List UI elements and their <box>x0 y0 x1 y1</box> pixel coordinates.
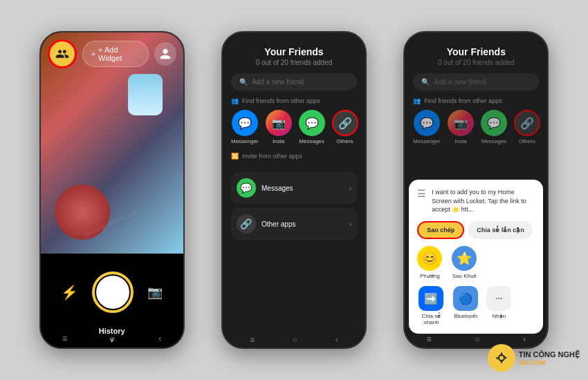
invite-messages-left: 💬 Messages <box>237 178 293 198</box>
phone-3: Your Friends 0 out of 20 friends added 🔍… <box>403 31 549 349</box>
phone2-content: Your Friends 0 out of 20 friends added 🔍… <box>223 32 365 348</box>
phone1-nav: ≡ ○ ‹ <box>41 331 183 346</box>
nav-back: ‹ <box>158 334 161 343</box>
app-others[interactable]: 🔗 Others <box>332 110 358 144</box>
share-app-zalo[interactable]: ➡️ Chia sẻ nhanh <box>417 286 445 325</box>
gallery-button[interactable]: 📷 <box>147 285 163 300</box>
messenger-label: Messenger <box>231 138 259 144</box>
bluetooth-label: Bluetooth <box>454 313 477 319</box>
share-buttons: Sao chép Chia sẻ lần cận <box>417 221 535 239</box>
p2-nav-back: ‹ <box>336 335 338 345</box>
friends-icon-p3: 👥 <box>413 97 421 104</box>
watermark-1: tincongnghe247.com <box>41 219 183 226</box>
find-friends-p3: 👥 Find friends from other apps <box>413 97 539 104</box>
app-messages[interactable]: 💬 Messages <box>299 110 325 144</box>
others-label: Others <box>337 138 353 144</box>
friends-button[interactable] <box>48 39 77 68</box>
p3-nav-menu: ≡ <box>427 334 432 344</box>
phuong-name: Phương <box>420 273 440 279</box>
sao-khue-avatar: ⭐ <box>452 246 477 271</box>
app-others-p3[interactable]: 🔗 Others <box>514 110 540 144</box>
gear-icon <box>493 350 510 366</box>
invite-header: 🔀 Invite from other apps <box>231 153 357 160</box>
share-apps-row: ➡️ Chia sẻ nhanh 🔵 Bluetooth ··· Nhận <box>417 286 535 325</box>
zalo-icon: ➡️ <box>419 286 443 311</box>
search-icon-p2: 🔍 <box>239 78 248 86</box>
contact-phuong[interactable]: 😊 Phương <box>417 246 442 279</box>
p3-nav-home: ○ <box>475 334 479 344</box>
add-widget-label: + Add Widget <box>98 46 140 62</box>
p2-nav-menu: ≡ <box>250 335 255 345</box>
phone3-content: Your Friends 0 out of 20 friends added 🔍… <box>405 32 547 348</box>
others-label-p3: Others <box>519 138 535 144</box>
share-app-bluetooth[interactable]: 🔵 Bluetooth <box>453 286 478 319</box>
capture-inner <box>96 276 129 309</box>
app-messages-p3[interactable]: 💬 Messages <box>481 110 507 144</box>
phone-2: Your Friends 0 out of 20 friends added 🔍… <box>221 31 367 349</box>
phone3-top: Your Friends 0 out of 20 friends added 🔍… <box>405 32 547 144</box>
share-sheet: ☰ I want to add you to my Home Screen wi… <box>409 180 543 334</box>
svg-point-1 <box>499 356 504 360</box>
nav-menu: ≡ <box>62 334 67 343</box>
profile-button[interactable] <box>154 42 176 66</box>
p3-nav-back: ‹ <box>523 334 526 344</box>
p2-nav-home: ○ <box>293 335 297 345</box>
nav-home: ○ <box>111 334 116 343</box>
contacts-row: 😊 Phương ⭐ Sao Khuê <box>417 246 535 279</box>
invite-other-left: 🔗 Other apps <box>237 214 295 234</box>
sao-khue-name: Sao Khuê <box>452 273 477 279</box>
capture-button[interactable] <box>92 272 134 313</box>
friends-title-p3: Your Friends <box>413 46 539 57</box>
app-messenger-p3[interactable]: 💬 Messenger <box>413 110 441 144</box>
others-icon: 🔗 <box>332 110 358 136</box>
add-widget-button[interactable]: + + Add Widget <box>82 41 149 67</box>
search-bar-p2[interactable]: 🔍 Add a new friend <box>231 73 357 91</box>
share-icon: 🔀 <box>231 153 239 160</box>
friends-subtitle-p2: 0 out of 20 friends added <box>231 59 357 66</box>
friends-subtitle-p3: 0 out of 20 friends added <box>413 59 539 66</box>
contact-sao-khue[interactable]: ⭐ Sao Khuê <box>452 246 477 279</box>
chevron-other: › <box>349 220 351 228</box>
apps-row-p3: 💬 Messenger 📷 Insta 💬 Messages 🔗 Others <box>413 110 539 144</box>
messages-icon: 💬 <box>299 110 325 136</box>
phone-1: tincongnghe247.com + + Add Widget ⚡ <box>39 31 185 349</box>
invite-messages[interactable]: 💬 Messages › <box>231 172 357 204</box>
invite-other-apps[interactable]: 🔗 Other apps › <box>231 208 357 240</box>
invite-messages-icon: 💬 <box>237 178 256 198</box>
share-lam-cam-button[interactable]: Chia sẻ lần cận <box>468 221 533 239</box>
plus-icon: + <box>91 50 95 58</box>
share-sheet-header: ☰ I want to add you to my Home Screen wi… <box>417 188 535 214</box>
camera-controls: ⚡ 📷 <box>41 272 183 313</box>
app-instagram[interactable]: 📷 Insta <box>266 110 292 144</box>
search-bar-p3[interactable]: 🔍 Add a new friend <box>413 73 539 91</box>
share-message: I want to add you to my Home Screen with… <box>432 188 535 214</box>
find-friends-header: 👥 Find friends from other apps <box>231 97 357 104</box>
more-label: Nhận <box>492 313 506 319</box>
friends-title-p2: Your Friends <box>231 46 357 57</box>
app-messenger[interactable]: 💬 Messenger <box>231 110 259 144</box>
menu-icon: ☰ <box>417 188 426 199</box>
messenger-label-p3: Messenger <box>413 138 441 144</box>
bluetooth-icon: 🔵 <box>453 286 478 311</box>
app-instagram-p3[interactable]: 📷 Insta <box>448 110 474 144</box>
phone2-nav: ≡ ○ ‹ <box>231 331 357 348</box>
search-placeholder-p3: Add a new friend <box>434 78 486 86</box>
copy-button[interactable]: Sao chép <box>417 221 464 239</box>
instagram-label: Insta <box>273 138 284 144</box>
zalo-label: Chia sẻ nhanh <box>417 313 445 325</box>
flash-button[interactable]: ⚡ <box>61 284 78 301</box>
top-bar-phone1: + + Add Widget <box>48 39 176 68</box>
invite-section: 💬 Messages › 🔗 Other apps › <box>231 168 357 240</box>
invite-other-label: Other apps <box>261 220 295 228</box>
brand-domain: 247.COM <box>519 359 580 366</box>
apps-row-p2: 💬 Messenger 📷 Insta 💬 Messages 🔗 Others <box>231 110 357 144</box>
brand-logo: TIN CÔNG NGHỆ 247.COM <box>488 344 580 372</box>
messages-label: Messages <box>299 138 324 144</box>
friends-icon <box>55 47 69 61</box>
profile-icon <box>159 48 172 60</box>
phuong-avatar: 😊 <box>417 246 442 271</box>
search-icon-p3: 🔍 <box>421 78 430 86</box>
share-app-more[interactable]: ··· Nhận <box>486 286 511 319</box>
search-placeholder-p2: Add a new friend <box>252 78 304 86</box>
logo-icon <box>488 344 515 372</box>
